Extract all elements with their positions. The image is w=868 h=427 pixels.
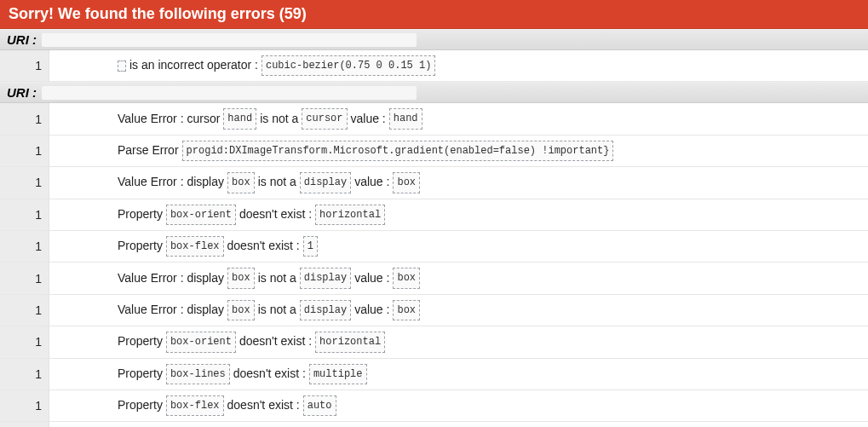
msg-text: Property: [118, 205, 163, 225]
line-number: 1: [0, 359, 49, 389]
code-chip: box: [227, 172, 255, 193]
error-row: 1Propertybox-orientdoesn't exist :horizo…: [0, 199, 868, 231]
msg-text: doesn't exist :: [227, 236, 300, 257]
code-chip: progid:DXImageTransform.Microsoft.gradie…: [182, 141, 614, 161]
code-chip: horizontal: [315, 205, 385, 225]
msg-text: value :: [351, 109, 386, 130]
message-col: Propertybox-orientdoesn't exist :horizon…: [111, 326, 392, 357]
line-number: 1: [0, 422, 49, 427]
error-row: 1Propertybox-flexdoesn't exist :auto: [0, 390, 868, 422]
msg-text: value :: [354, 268, 389, 289]
line-number: 1: [0, 390, 49, 421]
uri-label: URI :: [7, 32, 37, 47]
uri-label: URI :: [7, 85, 37, 100]
context-col: [49, 50, 111, 81]
msg-text: Property: [118, 395, 163, 416]
msg-text: Property: [118, 332, 163, 352]
context-col: [49, 422, 111, 427]
msg-text: is not a: [258, 268, 296, 289]
code-chip: box-orient: [166, 332, 236, 352]
msg-text: Value Error : display: [118, 300, 224, 320]
msg-text: doesn't exist :: [227, 395, 300, 416]
line-number: 1: [0, 231, 49, 262]
context-col: [49, 326, 111, 357]
context-col: [49, 390, 111, 421]
line-number: 1: [0, 295, 49, 326]
message-col: Value Error : displayboxis not adisplayv…: [111, 263, 427, 293]
message-col: Propertybox-flexdoesn't exist :auto: [111, 390, 343, 421]
msg-text: Value Error : cursor: [118, 109, 220, 130]
msg-text: doesn't exist :: [233, 364, 306, 384]
code-chip: hand: [389, 108, 423, 129]
code-chip: cursor: [302, 108, 347, 129]
msg-text: is not a: [258, 172, 296, 193]
message-col: Propertybox-flexdoesn't exist :1: [111, 231, 325, 262]
message-col: Propertybox-orientdoesn't exist :horizon…: [111, 199, 392, 230]
context-col: [49, 295, 111, 326]
context-col: [49, 359, 111, 389]
line-number: 1: [0, 136, 49, 166]
error-row: 1Propertybox-orientdoesn't exist :horizo…: [0, 326, 868, 358]
msg-text: Value Error : display: [118, 268, 224, 289]
code-chip: display: [300, 300, 351, 320]
operator-icon: [118, 61, 126, 72]
message-col: Value Error : displayboxis not adisplayv…: [111, 167, 427, 198]
uri-header: URI :: [0, 29, 868, 50]
code-chip: auto: [303, 395, 336, 416]
code-chip: box-flex: [166, 395, 224, 416]
message-col: Propertybox-flexdoesn't exist :auto: [111, 422, 343, 427]
message-col: Value Error : cursorhandis not acursorva…: [111, 103, 429, 134]
message-col: is an incorrect operator :cubic-bezier(0…: [111, 50, 442, 81]
code-chip: box-lines: [166, 364, 230, 384]
error-banner: Sorry! We found the following errors (59…: [0, 0, 868, 29]
msg-text: is not a: [258, 300, 296, 320]
error-row: 1Parse Errorprogid:DXImageTransform.Micr…: [0, 136, 868, 167]
error-row: 1Propertybox-flexdoesn't exist :auto: [0, 422, 868, 427]
error-row: 1is an incorrect operator :cubic-bezier(…: [0, 50, 868, 82]
message-col: Value Error : displayboxis not adisplayv…: [111, 295, 427, 326]
error-row: 1Propertybox-flexdoesn't exist :1: [0, 231, 868, 263]
context-col: [49, 199, 111, 230]
line-number: 1: [0, 103, 49, 134]
code-chip: display: [300, 268, 351, 288]
context-col: [49, 103, 111, 134]
msg-text: is an incorrect operator :: [129, 55, 258, 76]
line-number: 1: [0, 263, 49, 293]
msg-text: is not a: [260, 109, 298, 130]
line-number: 1: [0, 199, 49, 230]
message-col: Propertybox-linesdoesn't exist :multiple: [111, 359, 374, 389]
msg-text: doesn't exist :: [239, 332, 312, 352]
msg-text: doesn't exist :: [239, 205, 312, 225]
context-col: [49, 231, 111, 262]
code-chip: 1: [303, 236, 318, 257]
code-chip: box: [227, 268, 255, 288]
code-chip: box-orient: [166, 205, 236, 225]
msg-text: value :: [354, 172, 389, 193]
code-chip: box: [227, 300, 255, 320]
uri-value-redacted: [42, 33, 417, 47]
code-chip: box: [393, 300, 420, 320]
error-row: 1Propertybox-linesdoesn't exist :multipl…: [0, 359, 868, 390]
msg-text: value :: [354, 300, 389, 320]
context-col: [49, 263, 111, 293]
error-row: 1Value Error : displayboxis not adisplay…: [0, 263, 868, 294]
code-chip: horizontal: [315, 332, 385, 352]
message-col: Parse Errorprogid:DXImageTransform.Micro…: [111, 136, 620, 166]
banner-title: Sorry! We found the following errors (59…: [9, 5, 307, 22]
msg-text: Value Error : display: [118, 172, 224, 193]
code-chip: cubic-bezier(0.75 0 0.15 1): [262, 55, 435, 76]
code-chip: box: [393, 172, 420, 193]
code-chip: multiple: [309, 364, 367, 384]
error-row: 1Value Error : cursorhandis not acursorv…: [0, 103, 868, 135]
code-chip: box: [393, 268, 420, 288]
code-chip: display: [300, 172, 351, 193]
error-row: 1Value Error : displayboxis not adisplay…: [0, 295, 868, 326]
error-row: 1Value Error : displayboxis not adisplay…: [0, 167, 868, 199]
line-number: 1: [0, 50, 49, 81]
msg-text: Property: [118, 236, 163, 257]
line-number: 1: [0, 167, 49, 198]
msg-text: Property: [118, 364, 163, 384]
code-chip: hand: [223, 108, 256, 129]
context-col: [49, 167, 111, 198]
uri-value-redacted: [42, 86, 417, 100]
